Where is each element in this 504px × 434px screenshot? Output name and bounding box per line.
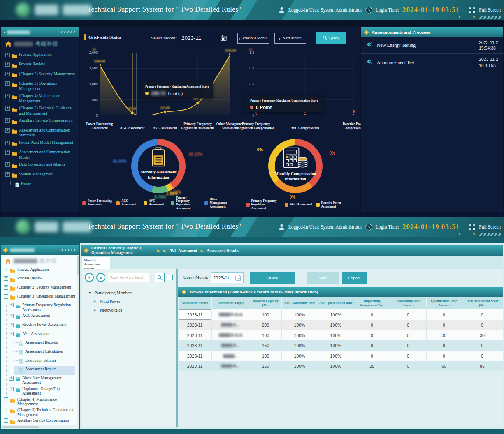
- sidebar-item-home[interactable]: Home: [5, 180, 77, 190]
- sidebar-header[interactable]: ‹ <<<<<: [1, 27, 79, 37]
- legend-item[interactable]: Primary Frequency Regulation Assessment: [171, 196, 201, 211]
- column-header[interactable]: Assessment Target: [211, 297, 250, 309]
- expand-icon[interactable]: +: [5, 62, 10, 67]
- expand-icon[interactable]: +: [5, 162, 10, 167]
- column-header[interactable]: Total Assessment Score (St...: [462, 297, 503, 309]
- expand-all-button[interactable]: ▼: [85, 273, 94, 282]
- sidebar-item[interactable]: +Process Application: [5, 51, 77, 61]
- cell-dispatching-assessment[interactable]: 0: [354, 340, 390, 351]
- sidebar-item[interactable]: +Assessment and Compensation Summary: [5, 127, 77, 139]
- cell-availability-rate-assessment[interactable]: 0: [390, 361, 426, 371]
- next-month-button[interactable]: ›Next Month: [274, 33, 306, 44]
- cell-availability-rate-assessment[interactable]: 0: [390, 351, 426, 361]
- sidebar-item[interactable]: +Process Review: [5, 61, 77, 71]
- column-header[interactable]: Dispatching Management As...: [354, 297, 390, 309]
- expand-icon[interactable]: +: [4, 397, 8, 402]
- select-all-checkbox[interactable]: [167, 275, 173, 280]
- sidebar-item[interactable]: +(Chapter 5) Technical Guidance and Mana…: [5, 105, 77, 117]
- collapse-all-button[interactable]: ▲: [96, 273, 105, 282]
- expand-icon[interactable]: -: [4, 294, 8, 299]
- sidebar-item[interactable]: Assessment Records: [14, 339, 75, 349]
- sidebar-item[interactable]: +(Chapter 3) Operations Management: [5, 80, 77, 92]
- expand-icon[interactable]: +: [9, 323, 14, 327]
- sidebar-item[interactable]: +System Management: [5, 171, 77, 180]
- expand-icon[interactable]: +: [4, 418, 8, 423]
- cell-qualification-rate-assessment[interactable]: 60: [426, 361, 462, 371]
- cell-dispatching-assessment[interactable]: 0: [354, 309, 390, 320]
- sidebar-item-selected[interactable]: Assessment Results: [14, 366, 75, 375]
- sidebar-item[interactable]: +(Chapter 2) Security Management: [5, 70, 77, 80]
- cell-avc-availability-rate[interactable]: 100%: [281, 330, 318, 340]
- calendar-icon[interactable]: [235, 275, 241, 281]
- cell-assessment-month[interactable]: 2023-11: [179, 361, 211, 371]
- cell-assessment-target[interactable]: 风...: [211, 361, 250, 371]
- query-button[interactable]: Query: [250, 272, 295, 284]
- sidebar-item[interactable]: +(Chapter 2) Security Management: [4, 284, 75, 293]
- column-header[interactable]: Availability Rate Assess...: [390, 297, 426, 309]
- cell-avc-availability-rate[interactable]: 100%: [281, 351, 318, 361]
- sidebar-item[interactable]: -(Chapter 3) Operations Management: [4, 293, 75, 302]
- expand-icon[interactable]: +: [5, 141, 10, 145]
- column-header[interactable]: Installed Capacity (M...: [250, 297, 281, 309]
- collapse-arrow-icon[interactable]: ‹: [4, 29, 5, 35]
- cell-total-assessment-score[interactable]: 0: [462, 309, 503, 320]
- vertical-scrollbar[interactable]: [77, 255, 79, 425]
- expand-icon[interactable]: +: [5, 128, 10, 133]
- legend-item[interactable]: Other Management Assessments: [204, 196, 235, 211]
- cell-dispatching-assessment[interactable]: 0: [354, 330, 390, 340]
- tab-monthly-assessment-results[interactable]: Monthly Assessment Results: [82, 257, 110, 269]
- expand-icon[interactable]: -: [9, 332, 14, 336]
- cell-installed-capacity[interactable]: 150: [250, 340, 281, 351]
- cell-avc-qualification-rate[interactable]: 100%: [318, 309, 354, 320]
- sidebar-header[interactable]: <<<<<: [1, 245, 79, 255]
- cell-total-assessment-score[interactable]: 0: [462, 320, 503, 330]
- fullscreen-label[interactable]: Full Screen: [479, 7, 501, 12]
- fullscreen-label[interactable]: Full Screen: [479, 224, 501, 229]
- collapse-triangle-icon[interactable]: ▼: [88, 291, 91, 295]
- expand-icon[interactable]: +: [5, 72, 10, 76]
- cell-avc-qualification-rate[interactable]: 100%: [318, 330, 354, 340]
- cell-qualification-rate-assessment[interactable]: 0: [426, 309, 462, 320]
- table-row[interactable]: 2023-11...100100%100%0000: [179, 351, 503, 361]
- sidebar-item[interactable]: +Process Review: [4, 275, 75, 284]
- cell-assessment-target[interactable]: 光...: [211, 320, 250, 330]
- cell-installed-capacity[interactable]: 100: [250, 351, 281, 361]
- cell-qualification-rate-assessment[interactable]: 30: [426, 330, 462, 340]
- expand-icon[interactable]: +: [5, 150, 10, 155]
- fullscreen-icon[interactable]: [469, 7, 476, 14]
- table-row[interactable]: 2023-11风电场100100%100%003030: [179, 330, 503, 340]
- cell-availability-rate-assessment[interactable]: 0: [390, 309, 426, 320]
- cell-installed-capacity[interactable]: 150: [250, 361, 281, 371]
- column-header[interactable]: Assessment Month: [179, 297, 211, 309]
- cell-total-assessment-score[interactable]: 0: [462, 351, 503, 361]
- expand-icon[interactable]: +: [9, 387, 14, 391]
- previous-month-button[interactable]: ‹Previous Month: [237, 33, 269, 44]
- cell-avc-availability-rate[interactable]: 100%: [281, 361, 318, 371]
- cell-assessment-target[interactable]: ...: [211, 351, 250, 361]
- cell-assessment-month[interactable]: 2023-11: [179, 309, 211, 320]
- sidebar-item[interactable]: +Unplanned Outage/Trip Assessment: [9, 386, 75, 396]
- legend-item[interactable]: Reactive Power Assessment: [316, 199, 351, 210]
- cell-avc-availability-rate[interactable]: 100%: [281, 320, 318, 330]
- tree-root[interactable]: 核补偿: [4, 256, 75, 266]
- members-item[interactable]: ▶Wind Power: [82, 297, 176, 306]
- sent-button[interactable]: Sent: [307, 272, 339, 284]
- members-root[interactable]: ▼Participating Members: [82, 289, 176, 297]
- announcement-title[interactable]: Announcement Test: [377, 60, 415, 65]
- cell-dispatching-assessment[interactable]: 0: [354, 351, 390, 361]
- sidebar-item[interactable]: -AVC Assessment: [9, 330, 75, 339]
- cell-assessment-target[interactable]: 风电场: [211, 330, 250, 340]
- cell-avc-availability-rate[interactable]: 100%: [281, 340, 318, 351]
- cell-installed-capacity[interactable]: 100: [250, 330, 281, 340]
- expand-icon[interactable]: +: [5, 53, 10, 57]
- cell-assessment-month[interactable]: 2023-11: [179, 320, 211, 330]
- month-picker[interactable]: 2023-11: [178, 32, 230, 44]
- expand-icon[interactable]: +: [5, 81, 10, 86]
- cell-qualification-rate-assessment[interactable]: 0: [426, 320, 462, 330]
- cell-total-assessment-score[interactable]: 0: [462, 340, 503, 351]
- sidebar-item[interactable]: +Reactive Power Assessment: [9, 321, 75, 330]
- cell-assessment-target[interactable]: 风电场: [211, 309, 250, 320]
- cell-avc-qualification-rate[interactable]: 100%: [318, 361, 354, 371]
- cell-total-assessment-score[interactable]: 30: [462, 330, 503, 340]
- sidebar-item[interactable]: +Black Start Management Assessment: [9, 375, 75, 386]
